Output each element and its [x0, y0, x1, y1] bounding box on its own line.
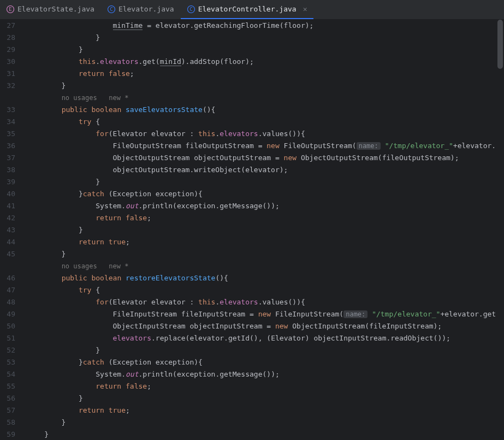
close-icon[interactable]: ✕ — [303, 5, 307, 13]
enum-file-icon: E — [7, 5, 14, 13]
tab-elevator-controller[interactable]: C ElevatorController.java ✕ — [181, 0, 314, 19]
svg-text:E: E — [9, 7, 11, 12]
scroll-thumb[interactable] — [497, 20, 503, 69]
tab-elevator[interactable]: C Elevator.java — [101, 0, 181, 19]
vertical-scrollbar[interactable] — [496, 20, 504, 440]
svg-text:C: C — [189, 7, 192, 12]
svg-text:C: C — [110, 7, 112, 12]
class-file-icon: C — [187, 5, 195, 13]
tab-label: Elevator.java — [118, 5, 174, 13]
editor-tabs: E ElevatorState.java C Elevator.java C E… — [0, 0, 504, 20]
class-file-icon: C — [108, 5, 115, 13]
tab-elevator-state[interactable]: E ElevatorState.java — [0, 0, 101, 19]
code-editor[interactable]: 272829303132 33343536373839404142434445 … — [0, 20, 504, 440]
tab-label: ElevatorController.java — [198, 5, 297, 13]
code-area[interactable]: minTime = elevator.getReachingFloorTime(… — [22, 20, 496, 440]
tab-label: ElevatorState.java — [17, 5, 94, 13]
line-gutter: 272829303132 33343536373839404142434445 … — [0, 20, 22, 440]
